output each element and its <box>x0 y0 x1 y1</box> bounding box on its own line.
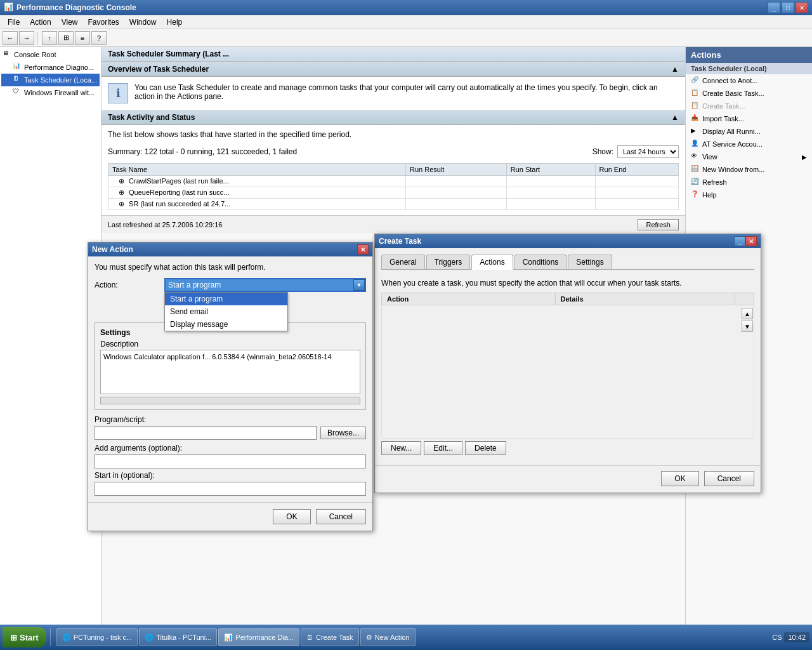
menu-file[interactable]: File <box>3 17 25 28</box>
tab-general[interactable]: General <box>381 255 425 269</box>
task-end-2 <box>595 187 678 199</box>
maximize-btn[interactable]: □ <box>782 2 794 13</box>
new-action-close-btn[interactable]: ✕ <box>357 244 369 255</box>
new-action-title-bar: New Action ✕ <box>88 242 372 256</box>
table-row[interactable]: ⊕ CrawlStartPages (last run faile... <box>108 176 679 187</box>
task-name-3: ⊕ SR (last run succeeded at 24.7... <box>108 199 406 210</box>
taskbar-item-4[interactable]: 🗓 Create Task <box>301 628 359 646</box>
start-in-section: Start in (optional): <box>95 471 366 496</box>
add-args-input[interactable] <box>95 454 366 468</box>
tree-console-root[interactable]: 🖥 Console Root <box>1 48 100 61</box>
minimize-btn[interactable]: _ <box>768 2 780 13</box>
overview-section-header[interactable]: Overview of Task Scheduler ▲ <box>102 62 685 77</box>
help-btn[interactable]: ? <box>91 31 107 45</box>
menu-action[interactable]: Action <box>25 17 56 28</box>
start-in-input[interactable] <box>95 482 366 496</box>
action-refresh[interactable]: 🔄 Refresh <box>686 176 812 189</box>
action-select-arrow-icon[interactable]: ▼ <box>353 279 365 291</box>
table-row[interactable]: ⊕ SR (last run succeeded at 24.7... <box>108 199 679 210</box>
taskbar: ⊞ Start 🌐 PCTuning - tisk c... 🌐 Titulka… <box>0 625 812 650</box>
taskbar-label-2: Titulka - PCTuni... <box>156 633 211 641</box>
action-select[interactable]: Start a program <box>164 278 366 292</box>
summary-header: Task Scheduler Summary (Last ... <box>102 47 685 62</box>
refresh-button[interactable]: Refresh <box>638 219 679 230</box>
action-display-running[interactable]: ▶ Display All Runni... <box>686 125 812 138</box>
taskbar-label-3: Performance Dia... <box>235 633 294 641</box>
action-create-task-label: Create Task... <box>702 102 745 110</box>
new-action-footer: OK Cancel <box>88 502 372 531</box>
action-connect[interactable]: 🔗 Connect to Anot... <box>686 74 812 87</box>
app-title: Performance Diagnostic Console <box>16 3 768 12</box>
up-btn[interactable]: ↑ <box>42 31 57 45</box>
create-task-tabs: General Triggers Actions Conditions Sett… <box>381 255 754 270</box>
browse-btn[interactable]: Browse... <box>320 427 366 439</box>
new-action-ok-btn[interactable]: OK <box>273 509 310 524</box>
menu-help[interactable]: Help <box>162 17 188 28</box>
task-result-1 <box>405 176 506 187</box>
close-btn[interactable]: ✕ <box>796 2 808 13</box>
table-row[interactable]: ⊕ QueueReporting (last run succ... <box>108 187 679 199</box>
edit-action-btn[interactable]: Edit... <box>424 441 462 455</box>
tab-actions[interactable]: Actions <box>471 255 513 270</box>
create-task-dialog: Create Task _ ✕ General Triggers Actions… <box>374 234 761 493</box>
start-button[interactable]: ⊞ Start <box>3 627 46 647</box>
description-area: Windows Calculator application f... 6.0.… <box>100 350 360 394</box>
create-task-cancel-btn[interactable]: Cancel <box>704 471 754 486</box>
action-option-send-email[interactable]: Send email <box>165 305 287 318</box>
new-action-intro: You must specify what action this task w… <box>95 263 366 272</box>
col-run-end: Run End <box>595 164 678 176</box>
tab-conditions[interactable]: Conditions <box>514 255 567 269</box>
tab-triggers[interactable]: Triggers <box>426 255 471 269</box>
action-option-display-message[interactable]: Display message <box>165 318 287 331</box>
menu-window[interactable]: Window <box>124 17 162 28</box>
action-help[interactable]: ❓ Help <box>686 189 812 201</box>
taskbar-item-2[interactable]: 🌐 Titulka - PCTuni... <box>139 628 217 646</box>
console-root-icon: 🖥 <box>3 50 13 60</box>
action-create-basic[interactable]: 📋 Create Basic Task... <box>686 87 812 100</box>
program-input[interactable] <box>95 426 317 440</box>
delete-action-btn[interactable]: Delete <box>465 441 506 455</box>
action-option-start-program[interactable]: Start a program <box>165 293 287 305</box>
col-task-name: Task Name <box>108 164 406 176</box>
create-task-close-btn[interactable]: ✕ <box>745 236 757 246</box>
action-view-label: View <box>702 153 717 161</box>
menu-view[interactable]: View <box>56 17 83 28</box>
forward-btn[interactable]: → <box>19 31 34 45</box>
col-run-start: Run Start <box>506 164 595 176</box>
taskbar-item-3[interactable]: 📊 Performance Dia... <box>218 628 299 646</box>
scroll-up-btn[interactable]: ▲ <box>742 308 753 319</box>
tree-task-scheduler[interactable]: 🗓 Task Scheduler (Loca... <box>1 74 100 86</box>
task-start-2 <box>506 187 595 199</box>
create-task-ok-btn[interactable]: OK <box>661 471 698 486</box>
new-action-btn[interactable]: New... <box>381 441 421 455</box>
activity-section-header[interactable]: Task Activity and Status ▲ <box>102 110 685 125</box>
program-row: Browse... <box>95 426 366 440</box>
menu-favorites[interactable]: Favorites <box>83 17 124 28</box>
add-args-section: Add arguments (optional): <box>95 444 366 468</box>
action-import[interactable]: 📥 Import Task... <box>686 112 812 125</box>
action-at-service[interactable]: 👤 AT Service Accou... <box>686 138 812 150</box>
tab-settings[interactable]: Settings <box>568 255 612 269</box>
task-result-3 <box>405 199 506 210</box>
view-btn[interactable]: ≡ <box>75 31 90 45</box>
scroll-down-btn[interactable]: ▼ <box>742 321 753 332</box>
create-task-title-bar: Create Task _ ✕ <box>375 234 761 248</box>
taskbar-item-5[interactable]: ⚙ New Action <box>360 628 416 646</box>
create-task-min-btn[interactable]: _ <box>734 236 745 246</box>
back-btn[interactable]: ← <box>3 31 18 45</box>
tree-windows-firewall[interactable]: 🛡 Windows Firewall wit... <box>1 86 100 99</box>
new-action-cancel-btn[interactable]: Cancel <box>316 509 366 524</box>
show-hide-btn[interactable]: ⊞ <box>58 31 74 45</box>
new-action-content: You must specify what action this task w… <box>88 256 372 502</box>
horizontal-scrollbar[interactable] <box>100 397 360 404</box>
action-view[interactable]: 👁 View ▶ <box>686 150 812 163</box>
show-select[interactable]: Last 24 hours <box>617 145 679 158</box>
menu-bar: File Action View Favorites Window Help <box>0 15 812 29</box>
tree-panel: 🖥 Console Root 📊 Performance Diagno... 🗓… <box>0 47 102 625</box>
taskbar-label-1: PCTuning - tisk c... <box>74 633 133 641</box>
action-create-basic-label: Create Basic Task... <box>702 90 764 97</box>
connect-icon: 🔗 <box>691 76 700 85</box>
action-new-window[interactable]: 🪟 New Window from... <box>686 163 812 176</box>
tree-performance-diag[interactable]: 📊 Performance Diagno... <box>1 61 100 74</box>
taskbar-item-1[interactable]: 🌐 PCTuning - tisk c... <box>56 628 138 646</box>
